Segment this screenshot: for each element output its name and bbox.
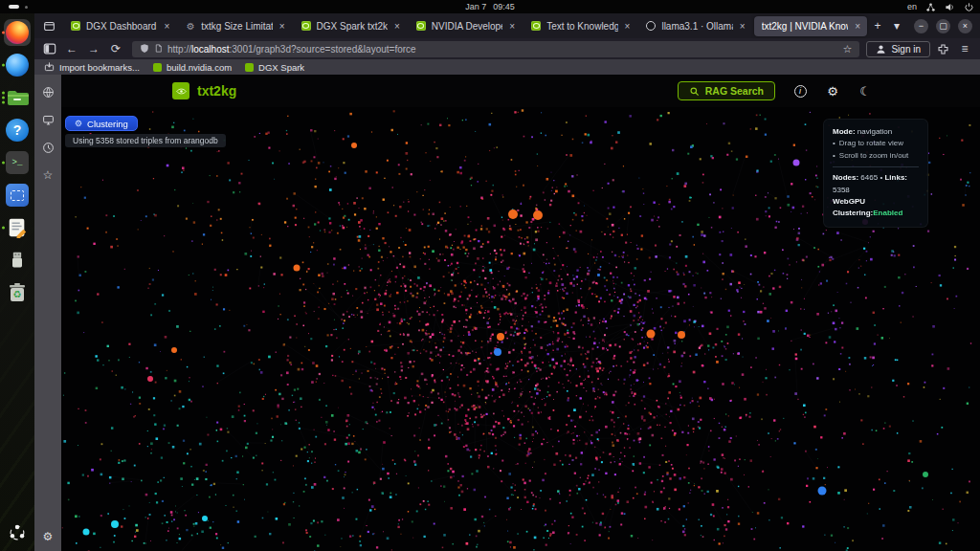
dock-item-text-editor[interactable] [2,211,33,244]
nvidia-eye-logo [172,82,189,99]
tip-zoom: •Scroll to zoom in/out [833,150,919,162]
close-icon[interactable]: × [393,21,401,32]
thunderbird-icon [6,54,29,77]
system-tray[interactable]: en [907,0,974,13]
bookmark-build-nvidia[interactable]: build.nvidia.com [153,62,232,73]
close-icon[interactable]: × [163,21,170,32]
close-icon[interactable]: × [278,21,286,32]
close-icon[interactable]: × [508,21,516,32]
power-icon[interactable] [964,2,974,12]
dock-item-trash[interactable]: ♻ [2,276,33,309]
nvidia-favicon [71,21,80,31]
extensions-icon[interactable] [933,40,952,57]
close-window-button[interactable]: × [958,19,972,33]
dock-item-help[interactable]: ? [2,114,33,146]
volume-icon[interactable] [945,2,955,12]
panel-divider [833,166,919,167]
minimize-button[interactable]: − [914,19,928,33]
dock: ? >_ ♻ [0,13,34,551]
bookmark-dgx-spark[interactable]: DGX Spark [245,62,304,73]
url-text[interactable]: http://localhost:3001/graph3d?source=sto… [167,44,838,55]
tracking-shield-icon[interactable] [140,43,149,55]
settings-gear-icon[interactable]: ⚙ [825,83,840,99]
ai-chatbot-icon[interactable] [40,84,56,99]
bookmarks-icon[interactable]: ☆ [40,167,56,183]
close-icon[interactable]: × [739,21,746,32]
url-bar[interactable]: http://localhost:3001/graph3d?source=sto… [132,41,859,57]
tab-ollama-search[interactable]: llama3.1 · Ollama Search × [638,16,751,36]
tab-text-to-knowledge-graph[interactable]: Text to Knowledge Graph × [523,16,636,36]
system-clock[interactable]: Jan 7 09:45 [0,2,980,11]
bookmark-star-icon[interactable]: ☆ [843,43,853,55]
sidebar-toggle-icon[interactable] [40,40,59,57]
bookmark-import[interactable]: Import bookmarks... [44,61,140,74]
mode-row: Mode: navigation [833,126,919,138]
synced-tabs-icon[interactable] [40,112,56,127]
dock-item-files[interactable] [2,81,33,114]
webgpu-status-value: Enabled [873,209,902,217]
running-indicator [2,64,5,67]
app-brand[interactable]: txt2kg [172,82,236,99]
nvidia-favicon [153,63,162,72]
sidebar-settings-gear-icon[interactable]: ⚙ [43,530,54,543]
app-header: txt2kg RAG Search i ⚙ ☾ [61,75,980,107]
tab-txt2kg-active[interactable]: txt2kg | NVIDIA Knowledge G × [754,16,867,36]
dock-item-usb-drive[interactable] [2,244,33,276]
import-icon [44,61,55,74]
tab-txtkg-size-limitations[interactable]: ⚙ txtkg Size Limitations × [178,16,291,36]
running-indicator [2,227,5,230]
dock-item-firefox[interactable] [2,16,33,49]
tab-dgx-dashboard[interactable]: DGX Dashboard × [63,16,176,36]
header-actions: RAG Search i ⚙ ☾ [678,81,873,100]
close-icon[interactable]: × [624,21,632,32]
dock-item-screenshot[interactable] [2,179,33,211]
dock-item-terminal[interactable]: >_ [2,146,33,179]
menu-icon[interactable]: ≡ [955,40,974,57]
maximize-button[interactable]: ▢ [936,19,950,33]
screenshot-tool-icon [6,184,29,207]
desktop: Jan 7 09:45 en ? >_ [0,0,980,551]
usb-drive-icon [4,247,31,274]
tab-bar: DGX Dashboard × ⚙ txtkg Size Limitations… [34,13,980,38]
generic-favicon: ⚙ [186,21,195,31]
stats-row: Nodes: 6465 • Links: 5358 [833,172,919,196]
dock-item-thunderbird[interactable] [2,49,33,81]
network-icon[interactable] [925,2,936,12]
show-applications-button[interactable] [7,522,28,547]
clock-date: Jan 7 [465,2,486,11]
graph-info-panel: Mode: navigation •Drag to rotate view •S… [823,119,928,228]
nvidia-favicon [245,63,254,72]
running-indicator [2,32,5,34]
dark-mode-moon-icon[interactable]: ☾ [858,83,873,99]
help-icon: ? [6,119,29,142]
page-title: txt2kg [197,83,236,99]
sign-in-button[interactable]: Sign in [866,41,930,57]
navigation-bar: ← → ⟳ http://localhost:3001/graph3d?sour… [34,38,980,59]
firefox-icon [6,21,29,44]
firefox-sidebar: ☆ ⚙ [34,75,61,551]
tab-dgx-spark-playbook[interactable]: DGX Spark txt2kg playboo × [294,16,407,36]
forward-button[interactable]: → [84,40,103,57]
clustering-button[interactable]: ⚙ Clustering [65,116,138,131]
terminal-icon: >_ [6,151,29,174]
ollama-favicon [646,21,656,31]
reload-button[interactable]: ⟳ [106,40,125,57]
tab-nvidia-developer-forum[interactable]: NVIDIA Developer Forum × [409,16,522,36]
back-button[interactable]: ← [62,40,81,57]
new-tab-button[interactable]: + [868,16,887,35]
bookmarks-toolbar: Import bookmarks... build.nvidia.com DGX… [34,59,980,75]
keyboard-layout-indicator[interactable]: en [907,2,917,11]
clock-time: 09:45 [493,2,515,11]
page-info-icon[interactable] [154,43,163,55]
close-icon[interactable]: × [854,21,861,32]
list-all-tabs-icon[interactable]: ▾ [887,16,906,35]
rag-search-button[interactable]: RAG Search [678,81,775,100]
tip-rotate: •Drag to rotate view [833,138,919,149]
page-content: txt2kg RAG Search i ⚙ ☾ ⚙ Clustering Usi… [61,75,980,551]
history-icon[interactable] [40,140,56,155]
firefox-view-icon[interactable] [38,16,59,35]
nvidia-favicon [416,21,426,31]
running-indicator [2,162,5,165]
text-editor-icon [4,214,31,241]
info-icon[interactable]: i [792,83,808,99]
